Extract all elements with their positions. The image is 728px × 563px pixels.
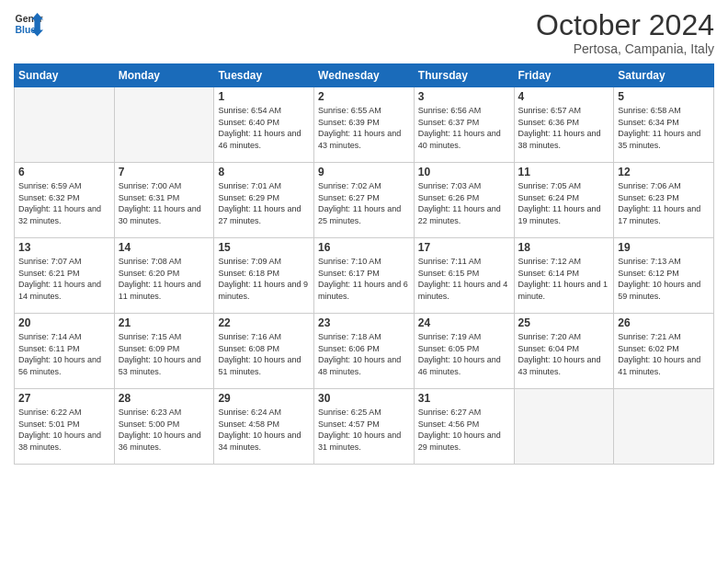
calendar-cell: 5Sunrise: 6:58 AMSunset: 6:34 PMDaylight… xyxy=(614,87,714,163)
calendar-cell xyxy=(614,389,714,465)
day-number: 27 xyxy=(18,392,110,405)
calendar-cell: 1Sunrise: 6:54 AMSunset: 6:40 PMDaylight… xyxy=(214,87,314,163)
day-info: Sunrise: 6:22 AMSunset: 5:01 PMDaylight:… xyxy=(18,407,110,453)
calendar-cell: 14Sunrise: 7:08 AMSunset: 6:20 PMDayligh… xyxy=(114,238,214,314)
day-info: Sunrise: 6:24 AMSunset: 4:58 PMDaylight:… xyxy=(218,407,310,453)
day-info: Sunrise: 6:57 AMSunset: 6:36 PMDaylight:… xyxy=(518,105,610,151)
page-header: General Blue October 2024 Pertosa, Campa… xyxy=(14,9,714,56)
calendar-cell: 26Sunrise: 7:21 AMSunset: 6:02 PMDayligh… xyxy=(614,314,714,389)
day-info: Sunrise: 7:09 AMSunset: 6:18 PMDaylight:… xyxy=(218,256,310,302)
calendar-cell: 16Sunrise: 7:10 AMSunset: 6:17 PMDayligh… xyxy=(314,238,415,314)
day-number: 11 xyxy=(518,166,610,178)
calendar-cell: 13Sunrise: 7:07 AMSunset: 6:21 PMDayligh… xyxy=(15,238,115,314)
calendar-week-2: 13Sunrise: 7:07 AMSunset: 6:21 PMDayligh… xyxy=(15,238,714,314)
calendar-cell: 15Sunrise: 7:09 AMSunset: 6:18 PMDayligh… xyxy=(214,238,314,314)
calendar-cell: 9Sunrise: 7:02 AMSunset: 6:27 PMDaylight… xyxy=(314,163,415,238)
header-sunday: Sunday xyxy=(15,64,115,87)
day-info: Sunrise: 6:56 AMSunset: 6:37 PMDaylight:… xyxy=(418,105,510,151)
day-number: 13 xyxy=(18,241,110,254)
day-number: 26 xyxy=(618,316,710,329)
day-info: Sunrise: 6:27 AMSunset: 4:56 PMDaylight:… xyxy=(418,407,510,453)
day-number: 16 xyxy=(318,241,410,254)
day-info: Sunrise: 6:58 AMSunset: 6:34 PMDaylight:… xyxy=(618,105,710,151)
header-thursday: Thursday xyxy=(414,64,514,87)
day-info: Sunrise: 7:10 AMSunset: 6:17 PMDaylight:… xyxy=(318,256,410,302)
day-info: Sunrise: 7:20 AMSunset: 6:04 PMDaylight:… xyxy=(518,331,610,377)
calendar-cell: 28Sunrise: 6:23 AMSunset: 5:00 PMDayligh… xyxy=(114,389,214,465)
day-number: 14 xyxy=(119,241,210,254)
day-number: 28 xyxy=(119,392,210,405)
day-number: 12 xyxy=(618,166,710,178)
calendar-cell: 19Sunrise: 7:13 AMSunset: 6:12 PMDayligh… xyxy=(614,238,714,314)
day-info: Sunrise: 7:05 AMSunset: 6:24 PMDaylight:… xyxy=(518,180,610,226)
day-number: 23 xyxy=(318,316,410,329)
calendar-cell: 10Sunrise: 7:03 AMSunset: 6:26 PMDayligh… xyxy=(414,163,514,238)
location: Pertosa, Campania, Italy xyxy=(536,41,714,56)
calendar-cell: 4Sunrise: 6:57 AMSunset: 6:36 PMDaylight… xyxy=(514,87,614,163)
day-info: Sunrise: 7:08 AMSunset: 6:20 PMDaylight:… xyxy=(119,256,210,302)
calendar-week-3: 20Sunrise: 7:14 AMSunset: 6:11 PMDayligh… xyxy=(15,314,714,389)
calendar-cell: 25Sunrise: 7:20 AMSunset: 6:04 PMDayligh… xyxy=(514,314,614,389)
day-info: Sunrise: 6:25 AMSunset: 4:57 PMDaylight:… xyxy=(318,407,410,453)
day-info: Sunrise: 7:21 AMSunset: 6:02 PMDaylight:… xyxy=(618,331,710,377)
header-saturday: Saturday xyxy=(614,64,714,87)
calendar-cell: 3Sunrise: 6:56 AMSunset: 6:37 PMDaylight… xyxy=(414,87,514,163)
day-info: Sunrise: 7:02 AMSunset: 6:27 PMDaylight:… xyxy=(318,180,410,226)
day-number: 15 xyxy=(218,241,310,254)
calendar-cell: 8Sunrise: 7:01 AMSunset: 6:29 PMDaylight… xyxy=(214,163,314,238)
day-number: 9 xyxy=(318,166,410,178)
day-info: Sunrise: 7:06 AMSunset: 6:23 PMDaylight:… xyxy=(618,180,710,226)
day-info: Sunrise: 7:19 AMSunset: 6:05 PMDaylight:… xyxy=(418,331,510,377)
calendar-cell: 18Sunrise: 7:12 AMSunset: 6:14 PMDayligh… xyxy=(514,238,614,314)
day-number: 17 xyxy=(418,241,510,254)
calendar-week-4: 27Sunrise: 6:22 AMSunset: 5:01 PMDayligh… xyxy=(15,389,714,465)
day-number: 29 xyxy=(218,392,310,405)
day-number: 20 xyxy=(18,316,110,329)
day-number: 19 xyxy=(618,241,710,254)
calendar-cell: 12Sunrise: 7:06 AMSunset: 6:23 PMDayligh… xyxy=(614,163,714,238)
day-info: Sunrise: 6:54 AMSunset: 6:40 PMDaylight:… xyxy=(218,105,310,151)
day-info: Sunrise: 6:55 AMSunset: 6:39 PMDaylight:… xyxy=(318,105,410,151)
calendar-header-row: Sunday Monday Tuesday Wednesday Thursday… xyxy=(15,64,714,87)
day-info: Sunrise: 7:15 AMSunset: 6:09 PMDaylight:… xyxy=(119,331,210,377)
calendar-cell: 29Sunrise: 6:24 AMSunset: 4:58 PMDayligh… xyxy=(214,389,314,465)
calendar-cell: 6Sunrise: 6:59 AMSunset: 6:32 PMDaylight… xyxy=(15,163,115,238)
logo-icon: General Blue xyxy=(14,9,43,39)
header-wednesday: Wednesday xyxy=(314,64,415,87)
calendar-cell: 7Sunrise: 7:00 AMSunset: 6:31 PMDaylight… xyxy=(114,163,214,238)
day-number: 21 xyxy=(119,316,210,329)
header-monday: Monday xyxy=(114,64,214,87)
day-number: 10 xyxy=(418,166,510,178)
day-number: 1 xyxy=(218,90,310,103)
day-info: Sunrise: 7:16 AMSunset: 6:08 PMDaylight:… xyxy=(218,331,310,377)
day-number: 30 xyxy=(318,392,410,405)
day-info: Sunrise: 7:14 AMSunset: 6:11 PMDaylight:… xyxy=(18,331,110,377)
header-tuesday: Tuesday xyxy=(214,64,314,87)
calendar-cell: 21Sunrise: 7:15 AMSunset: 6:09 PMDayligh… xyxy=(114,314,214,389)
calendar-cell: 22Sunrise: 7:16 AMSunset: 6:08 PMDayligh… xyxy=(214,314,314,389)
calendar-cell xyxy=(514,389,614,465)
calendar-cell: 27Sunrise: 6:22 AMSunset: 5:01 PMDayligh… xyxy=(15,389,115,465)
calendar-cell xyxy=(114,87,214,163)
logo: General Blue xyxy=(14,9,43,39)
day-number: 6 xyxy=(18,166,110,178)
day-info: Sunrise: 7:00 AMSunset: 6:31 PMDaylight:… xyxy=(119,180,210,226)
day-info: Sunrise: 7:13 AMSunset: 6:12 PMDaylight:… xyxy=(618,256,710,302)
calendar-cell: 17Sunrise: 7:11 AMSunset: 6:15 PMDayligh… xyxy=(414,238,514,314)
day-info: Sunrise: 7:18 AMSunset: 6:06 PMDaylight:… xyxy=(318,331,410,377)
calendar-week-0: 1Sunrise: 6:54 AMSunset: 6:40 PMDaylight… xyxy=(15,87,714,163)
calendar-cell xyxy=(15,87,115,163)
calendar-cell: 20Sunrise: 7:14 AMSunset: 6:11 PMDayligh… xyxy=(15,314,115,389)
calendar-cell: 24Sunrise: 7:19 AMSunset: 6:05 PMDayligh… xyxy=(414,314,514,389)
day-number: 8 xyxy=(218,166,310,178)
calendar-cell: 31Sunrise: 6:27 AMSunset: 4:56 PMDayligh… xyxy=(414,389,514,465)
header-friday: Friday xyxy=(514,64,614,87)
day-info: Sunrise: 7:11 AMSunset: 6:15 PMDaylight:… xyxy=(418,256,510,302)
day-info: Sunrise: 7:03 AMSunset: 6:26 PMDaylight:… xyxy=(418,180,510,226)
day-info: Sunrise: 7:07 AMSunset: 6:21 PMDaylight:… xyxy=(18,256,110,302)
day-number: 24 xyxy=(418,316,510,329)
calendar-table: Sunday Monday Tuesday Wednesday Thursday… xyxy=(14,63,714,465)
calendar-cell: 11Sunrise: 7:05 AMSunset: 6:24 PMDayligh… xyxy=(514,163,614,238)
calendar-week-1: 6Sunrise: 6:59 AMSunset: 6:32 PMDaylight… xyxy=(15,163,714,238)
day-number: 3 xyxy=(418,90,510,103)
